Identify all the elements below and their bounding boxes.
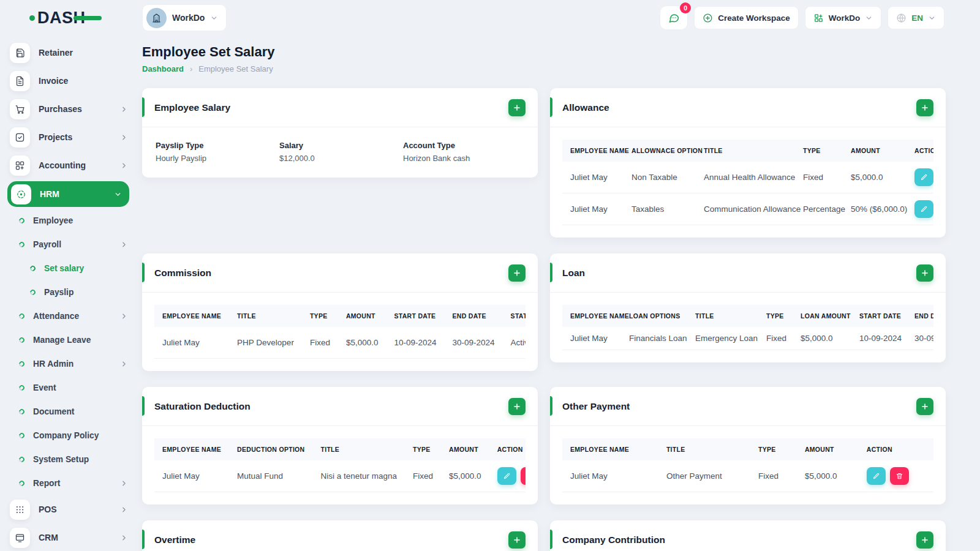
table-row: Juliet MayTaxablesCommunication Allowanc… <box>562 193 933 225</box>
table-cell: 30-09-2024 <box>445 327 503 359</box>
edit-button[interactable] <box>497 467 516 485</box>
card-title: Loan <box>562 268 585 279</box>
table-cell: Fixed <box>758 327 793 350</box>
workspace-switcher[interactable]: WorkDo <box>142 4 227 31</box>
commission-card: Commission EMPLOYEE NAMETITLETYPEAMOUNTS… <box>142 253 538 371</box>
workspace-name: WorkDo <box>172 13 205 23</box>
add-button[interactable] <box>916 99 933 116</box>
chevron-right-icon <box>120 506 128 514</box>
workdo-menu-button[interactable]: WorkDo <box>805 6 882 29</box>
table-cell: Fixed <box>795 162 843 193</box>
table-cell: 10-09-2024 <box>386 327 444 359</box>
table-cell: Fixed <box>302 327 338 359</box>
column-header: EMPLOYEE NAME <box>154 438 229 460</box>
add-button[interactable] <box>508 264 526 282</box>
delete-button[interactable] <box>521 467 526 485</box>
chevron-right-icon <box>120 105 128 113</box>
table-row: Juliet MayOther PaymentFixed$5,000.0 <box>562 460 933 492</box>
table-header-row: EMPLOYEE NAMELOAN OPTIONSTITLETYPELOAN A… <box>562 305 933 327</box>
sidebar-item-label: Invoice <box>39 76 68 86</box>
edit-button[interactable] <box>867 467 886 485</box>
sidebar-item-hrm[interactable]: HRM <box>7 181 129 207</box>
company-contribution-card: Company Contribution <box>550 520 946 551</box>
bullet-icon <box>18 408 26 416</box>
sidebar-item-event[interactable]: Event <box>0 376 138 400</box>
chat-icon <box>668 12 680 24</box>
sidebar-item-company-policy[interactable]: Company Policy <box>0 424 138 448</box>
chevron-right-icon <box>120 133 128 141</box>
table-cell: Communication Allowance <box>696 193 795 225</box>
card-title: Allowance <box>562 102 609 113</box>
bullet-icon <box>18 432 26 440</box>
bullet-icon <box>29 288 37 296</box>
bullet-icon <box>18 360 26 368</box>
column-header: STATUS <box>503 305 526 327</box>
add-button[interactable] <box>916 264 933 282</box>
globe-icon <box>896 13 907 23</box>
table-cell: Annual Health Allowance <box>696 162 795 193</box>
sidebar-item-employee[interactable]: Employee <box>0 209 138 233</box>
table-cell: $5,000.0 <box>797 460 859 492</box>
loan-table: EMPLOYEE NAMELOAN OPTIONSTITLETYPELOAN A… <box>562 305 933 350</box>
workdo-grid-icon <box>813 13 824 23</box>
sidebar-item-pos[interactable]: POS <box>0 495 138 523</box>
sidebar-item-manage-leave[interactable]: Manage Leave <box>0 328 138 352</box>
delete-button[interactable] <box>890 467 909 485</box>
messages-button[interactable]: 0 <box>660 6 688 30</box>
edit-button[interactable] <box>914 168 933 186</box>
column-header: LOAN OPTIONS <box>621 305 687 327</box>
table-row: Juliet MayFinancials LoanEmergency LoanF… <box>562 327 933 350</box>
language-button[interactable]: EN <box>888 6 944 29</box>
app-logo[interactable]: DASH <box>0 10 142 26</box>
field-value: Hourly Payslip <box>156 154 279 163</box>
sidebar-item-purchases[interactable]: Purchases <box>0 95 138 123</box>
table-cell: Juliet May <box>562 327 621 350</box>
sidebar-item-system-setup[interactable]: System Setup <box>0 448 138 471</box>
card-title: Company Contribution <box>562 534 665 545</box>
card-title: Commission <box>154 268 211 279</box>
pencil-icon <box>872 472 880 480</box>
add-button[interactable] <box>508 398 526 415</box>
table-cell: Emergency Loan <box>687 327 758 350</box>
card-title: Employee Salary <box>154 102 230 113</box>
sidebar-item-invoice[interactable]: Invoice <box>0 67 138 95</box>
add-button[interactable] <box>916 398 933 415</box>
bullet-icon <box>18 384 26 392</box>
sidebar-item-payroll[interactable]: Payroll <box>0 233 138 257</box>
topbar-actions: 0 Create Workspace WorkDo EN <box>660 6 980 30</box>
sidebar-item-projects[interactable]: Projects <box>0 123 138 151</box>
column-header: ALLOWNACE OPTION <box>624 140 696 162</box>
sidebar-item-accounting[interactable]: Accounting <box>0 151 138 179</box>
table-cell: Juliet May <box>562 162 624 193</box>
employee-salary-card: Employee Salary Payslip TypeHourly Paysl… <box>142 88 538 178</box>
bullet-icon <box>18 479 26 487</box>
card-title: Overtime <box>154 534 195 545</box>
table-cell: Juliet May <box>562 193 624 225</box>
sidebar-item-attendance[interactable]: Attendance <box>0 304 138 328</box>
table-cell: Taxables <box>624 193 696 225</box>
sidebar-item-set-salary[interactable]: Set salary <box>0 257 138 280</box>
sidebar-item-crm[interactable]: CRM <box>0 523 138 551</box>
sidebar-item-payslip[interactable]: Payslip <box>0 280 138 304</box>
chevron-right-icon <box>120 360 128 368</box>
edit-button[interactable] <box>914 200 933 218</box>
sidebar-item-report[interactable]: Report <box>0 471 138 495</box>
table-cell: Nisi a tenetur magna <box>312 460 405 492</box>
sidebar-item-label: Event <box>33 383 56 392</box>
add-button[interactable] <box>508 531 526 549</box>
sidebar-item-retainer[interactable]: Retainer <box>0 39 138 67</box>
create-workspace-button[interactable]: Create Workspace <box>694 6 799 29</box>
add-button[interactable] <box>916 531 933 549</box>
field-label: Account Type <box>403 141 524 150</box>
chevron-right-icon <box>120 312 128 320</box>
breadcrumb-dashboard-link[interactable]: Dashboard <box>142 64 184 73</box>
table-cell: $5,000.0 <box>793 327 851 350</box>
sidebar: RetainerInvoicePurchasesProjectsAccounti… <box>0 36 138 551</box>
sidebar-item-hr-admin[interactable]: HR Admin <box>0 352 138 376</box>
add-button[interactable] <box>508 99 526 116</box>
field-value: $12,000.0 <box>279 154 403 163</box>
bullet-icon <box>18 336 26 344</box>
column-header: TITLE <box>229 305 302 327</box>
field-label: Salary <box>279 141 403 150</box>
sidebar-item-document[interactable]: Document <box>0 400 138 424</box>
